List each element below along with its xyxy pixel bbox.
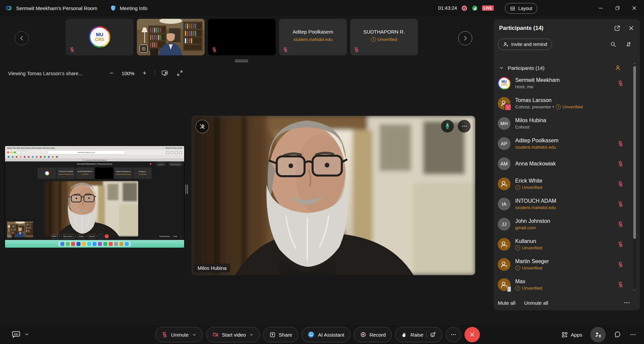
- meeting-info-button[interactable]: Meeting Info: [110, 0, 148, 16]
- live-badge: LIVE: [482, 5, 494, 11]
- minimize-button[interactable]: [596, 3, 606, 13]
- apps-grid-icon: [561, 331, 568, 338]
- participant-row[interactable]: JJ John Johnston gmail.com: [498, 214, 633, 234]
- restore-button[interactable]: [612, 3, 623, 13]
- record-button[interactable]: Record: [354, 327, 391, 342]
- in-meeting-person-icon: [614, 64, 621, 71]
- participant-row[interactable]: Erick White ?Unverified: [498, 174, 633, 194]
- guest-person-icon: [500, 240, 508, 249]
- video-thumbnail-camera-off[interactable]: [208, 19, 276, 55]
- panel-footer: Mute all Unmute all: [498, 298, 636, 308]
- zoom-in-button[interactable]: +: [141, 69, 149, 77]
- video-thumbnail-aditep[interactable]: Aditep Poolkasem student.mahidol.edu: [279, 19, 347, 55]
- zoom-out-button[interactable]: −: [107, 69, 115, 77]
- cc-chevron-down-icon[interactable]: [24, 332, 30, 337]
- search-icon[interactable]: [610, 41, 616, 48]
- muted-mic-icon[interactable]: [617, 221, 624, 228]
- leave-meeting-button[interactable]: [465, 327, 480, 342]
- participant-row[interactable]: Kullanun ?Unverified: [498, 234, 633, 254]
- filmstrip-resize-handle[interactable]: [235, 60, 248, 63]
- closed-captions-button[interactable]: [11, 330, 21, 339]
- participant-row[interactable]: IA INTOUCH ADAM student.mahidol.edu: [498, 194, 633, 214]
- unpin-button[interactable]: [196, 120, 209, 133]
- recording-indicator-icon: [461, 5, 468, 11]
- participants-toggle-button[interactable]: [590, 327, 606, 342]
- participant-row[interactable]: AP Aditep Poolkasem student.mahidol.edu: [498, 134, 633, 154]
- muted-mic-icon[interactable]: [617, 140, 624, 147]
- start-video-button[interactable]: Start video: [206, 327, 260, 342]
- participant-row[interactable]: Martin Seeger ?Unverified: [498, 254, 633, 275]
- scroll-up-icon[interactable]: [633, 61, 637, 65]
- browser-toolbar: mahidol.webex.com: [5, 150, 184, 155]
- muted-mic-icon[interactable]: [617, 201, 624, 207]
- view-on-monitor-icon[interactable]: [161, 69, 168, 77]
- close-window-button[interactable]: [629, 3, 639, 13]
- expand-share-icon[interactable]: [176, 70, 183, 77]
- participant-row[interactable]: Max ?Unverified: [498, 275, 633, 295]
- chevron-down-icon: [498, 65, 504, 71]
- participant-row[interactable]: ↑ Tomas Larsson Cohost, presenter • ?Unv…: [498, 93, 633, 113]
- webex-logo-icon: [5, 4, 13, 12]
- mac-menubar: Safari File Edit View History Bookmarks …: [5, 146, 184, 150]
- muted-mic-icon[interactable]: [617, 181, 624, 187]
- shared-screen-preview: Safari File Edit View History Bookmarks …: [5, 146, 184, 248]
- speaker-name-tag: Milos Hubina: [194, 263, 230, 273]
- chevron-right-icon: [462, 35, 469, 42]
- more-panels-button[interactable]: [629, 331, 637, 338]
- avatar: MUCRS: [498, 77, 511, 90]
- unmute-button[interactable]: Unmute: [155, 327, 203, 342]
- avatar: AP: [498, 137, 511, 150]
- traffic-light-max: [14, 151, 16, 153]
- share-screen-icon: [269, 332, 276, 338]
- more-options-button[interactable]: [446, 327, 461, 342]
- sort-icon[interactable]: [625, 41, 632, 48]
- video-thumbnail-sudthaporn[interactable]: SUDTHAPORN R. ?Unverified: [350, 19, 418, 55]
- share-button[interactable]: Share: [263, 327, 298, 342]
- chevron-down-icon[interactable]: [249, 332, 254, 337]
- mini-speaker-video: [44, 181, 138, 237]
- muted-mic-icon[interactable]: [617, 241, 624, 248]
- reactions-icon[interactable]: [430, 331, 436, 338]
- traffic-light-close: [7, 151, 9, 153]
- layout-grid-icon: [510, 6, 516, 11]
- guest-person-icon: [500, 260, 508, 269]
- panel-title: Participants (14): [499, 25, 543, 32]
- scrollbar-thumb[interactable]: [633, 66, 636, 239]
- unverified-icon: ?: [556, 104, 561, 109]
- scroll-down-icon[interactable]: [633, 288, 637, 292]
- participant-row[interactable]: AM Anna Mackowiak: [498, 154, 633, 174]
- participant-row[interactable]: MH Milos Hubina Cohost: [498, 113, 633, 134]
- muted-mic-icon[interactable]: [617, 281, 624, 288]
- unverified-icon: ?: [515, 265, 520, 271]
- muted-mic-icon[interactable]: [617, 261, 624, 268]
- filmstrip-prev-button[interactable]: [15, 31, 29, 45]
- unmute-all-button[interactable]: Unmute all: [524, 300, 548, 306]
- apps-button[interactable]: Apps: [561, 331, 582, 338]
- ai-assistant-button[interactable]: AI Assistant: [302, 327, 350, 342]
- mute-all-button[interactable]: Mute all: [498, 300, 516, 306]
- stage-split-resize-handle[interactable]: [185, 185, 189, 194]
- layout-button[interactable]: Layout: [505, 3, 537, 14]
- participants-scrollbar[interactable]: [633, 61, 637, 293]
- muted-mic-icon[interactable]: [617, 160, 624, 167]
- meeting-timer: 01:43:24: [438, 5, 457, 11]
- participants-section-header[interactable]: Participants (14): [498, 63, 626, 72]
- video-thumbnail-tomas[interactable]: [137, 19, 205, 55]
- invite-and-remind-button[interactable]: Invite and remind: [498, 39, 552, 50]
- muted-mic-icon[interactable]: [617, 80, 624, 87]
- mucrs-logo: MU CRS: [89, 26, 110, 48]
- close-x-icon: [469, 331, 476, 338]
- address-bar: mahidol.webex.com: [47, 150, 125, 154]
- invite-person-icon: [503, 41, 509, 47]
- speaker-more-button[interactable]: [458, 120, 471, 133]
- popout-panel-icon[interactable]: [614, 25, 621, 32]
- speaker-mic-indicator[interactable]: [441, 120, 454, 133]
- panel-more-button[interactable]: [623, 299, 631, 306]
- filmstrip-next-button[interactable]: [458, 31, 472, 45]
- participant-row[interactable]: MUCRS Sermwit Meekham Host, me: [498, 73, 633, 93]
- chat-button[interactable]: [614, 331, 621, 338]
- video-thumbnail-sermwit[interactable]: MU CRS: [66, 19, 133, 55]
- raise-hand-button[interactable]: Raise: [395, 327, 442, 342]
- close-panel-icon[interactable]: [628, 25, 635, 32]
- chevron-down-icon[interactable]: [192, 332, 197, 337]
